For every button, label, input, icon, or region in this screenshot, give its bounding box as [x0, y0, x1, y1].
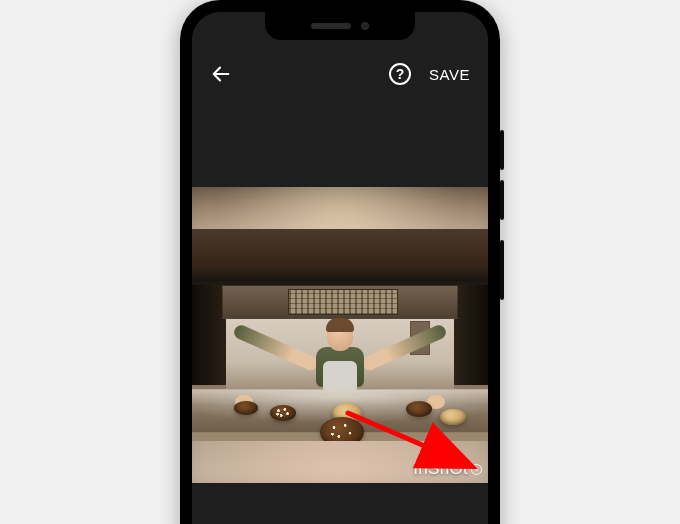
cookie: [270, 405, 296, 421]
front-camera: [361, 22, 369, 30]
save-button[interactable]: SAVE: [429, 66, 470, 83]
back-icon[interactable]: [210, 63, 232, 85]
cookie: [406, 401, 432, 417]
watermark-remove-icon[interactable]: ×: [471, 464, 482, 475]
volume-down-button: [500, 180, 504, 220]
person: [255, 321, 425, 409]
power-button: [500, 240, 504, 300]
speaker-grille: [311, 23, 351, 29]
help-icon[interactable]: ?: [389, 63, 411, 85]
phone-frame: ? SAVE: [180, 0, 500, 524]
volume-up-button: [500, 130, 504, 170]
app-top-bar: ? SAVE: [192, 54, 488, 94]
watermark-text: InShOt: [413, 459, 468, 479]
photo-content: [192, 229, 488, 441]
watermark[interactable]: InShOt ×: [413, 459, 482, 479]
cookie: [320, 417, 364, 441]
editor-canvas[interactable]: InShOt ×: [192, 187, 488, 483]
cookie: [234, 401, 258, 415]
screen: ? SAVE: [192, 12, 488, 524]
cookie: [440, 409, 466, 425]
display-notch: [265, 12, 415, 40]
